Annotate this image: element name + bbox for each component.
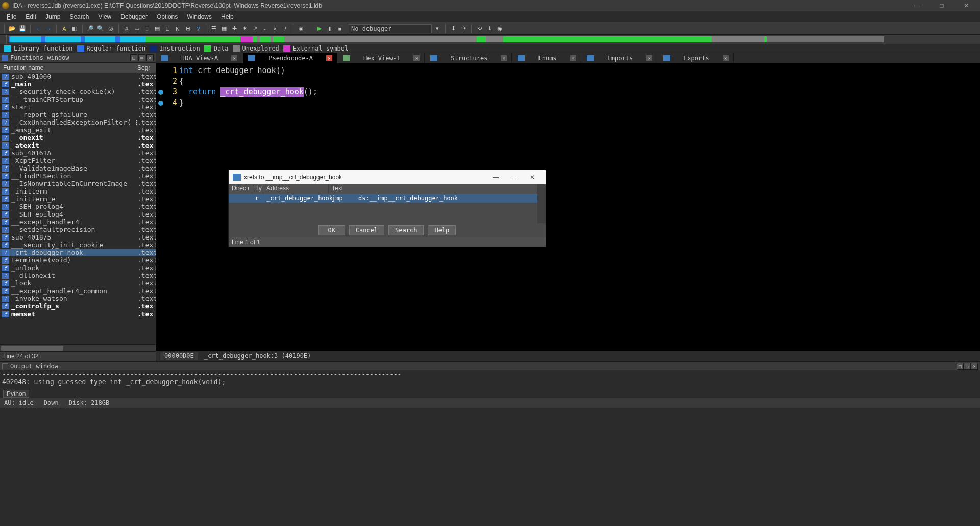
- python-tab[interactable]: Python: [3, 390, 29, 398]
- functions-scrollbar-horizontal[interactable]: [0, 344, 156, 351]
- tab-exports[interactable]: Exports✕: [658, 53, 734, 63]
- maximize-button[interactable]: □: [934, 2, 949, 9]
- target-icon[interactable]: ◎: [106, 24, 115, 33]
- help-icon[interactable]: ?: [193, 24, 203, 33]
- functions-list[interactable]: fsub_401000.textf_main.texf__security_ch…: [0, 73, 156, 344]
- debugger-select[interactable]: [349, 24, 432, 33]
- col-function-name[interactable]: Function name: [0, 64, 137, 71]
- dialog-search-button[interactable]: Search: [388, 225, 424, 235]
- calc-icon[interactable]: ⊞: [183, 24, 192, 33]
- binoculars-icon[interactable]: 🔍: [96, 24, 105, 33]
- cross-icon[interactable]: ✚: [230, 24, 239, 33]
- overview-bar[interactable]: [9, 36, 884, 42]
- dialog-row[interactable]: r _crt_debugger_hook jmp ds:__imp__crt_d…: [229, 194, 537, 203]
- menu-options[interactable]: Options: [152, 12, 182, 21]
- tool-icon[interactable]: ◧: [70, 24, 79, 33]
- function-row[interactable]: f__SEH_epilog4.text: [0, 210, 156, 218]
- stop-icon[interactable]: ■: [335, 24, 345, 33]
- function-row[interactable]: f__ValidateImageBase.text: [0, 164, 156, 172]
- function-row[interactable]: f___report_gsfailure.text: [0, 111, 156, 118]
- output-body[interactable]: ----------------------------------------…: [0, 370, 980, 389]
- breakpoint-dot-icon[interactable]: [158, 101, 163, 106]
- dialog-minimize-button[interactable]: —: [486, 170, 505, 184]
- function-row[interactable]: f_atexit.tex: [0, 141, 156, 149]
- output-close-icon[interactable]: ✕: [971, 363, 978, 370]
- breakpoint-icon[interactable]: ◉: [495, 24, 504, 33]
- function-row[interactable]: f__IsNonwritableInCurrentImage.text: [0, 180, 156, 187]
- menu-file[interactable]: File: [2, 12, 21, 21]
- bookmark-icon[interactable]: ☰: [209, 24, 218, 33]
- menu-debugger[interactable]: Debugger: [116, 12, 152, 21]
- tab-close-icon[interactable]: ✕: [570, 55, 576, 61]
- tab-ida-view-a[interactable]: IDA View-A✕: [156, 53, 242, 63]
- run-to-icon[interactable]: ⤓: [485, 24, 494, 33]
- open-icon[interactable]: 📂: [8, 24, 17, 33]
- tool-hex-icon[interactable]: #: [122, 24, 131, 33]
- tab-structures[interactable]: Structures✕: [426, 53, 512, 63]
- tool-n-icon[interactable]: N: [173, 24, 182, 33]
- menu-windows[interactable]: Windows: [182, 12, 216, 21]
- function-row[interactable]: f_amsg_exit.text: [0, 126, 156, 134]
- function-row[interactable]: f__except_handler4_common.text: [0, 287, 156, 295]
- close-button[interactable]: ✕: [959, 2, 974, 9]
- panel-close-icon[interactable]: ✕: [146, 54, 154, 61]
- forward-icon[interactable]: →: [44, 24, 53, 33]
- tab-close-icon[interactable]: ✕: [326, 55, 332, 61]
- panel-min-icon[interactable]: ▭: [138, 54, 145, 61]
- tab-close-icon[interactable]: ✕: [723, 55, 729, 61]
- tab-enums[interactable]: Enums✕: [513, 53, 581, 63]
- dialog-ok-button[interactable]: OK: [318, 225, 345, 235]
- function-row[interactable]: fstart.text: [0, 103, 156, 111]
- function-row[interactable]: fsub_401000.text: [0, 73, 156, 80]
- function-row[interactable]: f__CxxUnhandledExceptionFilter(_EXCE….te…: [0, 118, 156, 126]
- menu-search[interactable]: Search: [65, 12, 93, 21]
- tool-enum-icon[interactable]: E: [163, 24, 172, 33]
- dialog-scrollbar[interactable]: [537, 184, 546, 223]
- col-segment[interactable]: Segr: [137, 64, 156, 71]
- panel-popout-icon[interactable]: □: [130, 54, 137, 61]
- tag-a-icon[interactable]: A: [60, 24, 69, 33]
- breakpoint-dot-icon[interactable]: [158, 90, 163, 95]
- function-row[interactable]: f___security_init_cookie.text: [0, 241, 156, 249]
- eye-icon[interactable]: ◉: [297, 24, 306, 33]
- tab-pseudocode-a[interactable]: Pseudocode-A✕: [243, 53, 337, 63]
- dialog-titlebar[interactable]: xrefs to __imp__crt_debugger_hook — □ ✕: [229, 170, 546, 184]
- tool-data-icon[interactable]: ▯: [142, 24, 152, 33]
- div-icon[interactable]: /: [281, 24, 290, 33]
- menu-jump[interactable]: Jump: [41, 12, 65, 21]
- dialog-col-direction[interactable]: Directi: [229, 184, 252, 194]
- output-min-icon[interactable]: ▭: [964, 363, 971, 370]
- plus-icon[interactable]: ×: [271, 24, 280, 33]
- tool-struct-icon[interactable]: ▤: [153, 24, 162, 33]
- menu-view[interactable]: View: [93, 12, 116, 21]
- tab-hex-view-1[interactable]: Hex View-1✕: [338, 53, 425, 63]
- pause-icon[interactable]: ⏸: [325, 24, 334, 33]
- arrow-icon[interactable]: ↗: [250, 24, 259, 33]
- function-row[interactable]: f__SEH_prolog4.text: [0, 203, 156, 210]
- function-row[interactable]: fsub_40161A.text: [0, 149, 156, 157]
- function-row[interactable]: f_crt_debugger_hook.text: [0, 249, 156, 256]
- dialog-close-button[interactable]: ✕: [523, 170, 542, 184]
- function-row[interactable]: f__onexit.tex: [0, 134, 156, 141]
- tab-close-icon[interactable]: ✕: [231, 55, 237, 61]
- exec-icon[interactable]: ▦: [219, 24, 229, 33]
- tab-close-icon[interactable]: ✕: [501, 55, 507, 61]
- back-icon[interactable]: ←: [34, 24, 43, 33]
- tab-close-icon[interactable]: ✕: [646, 55, 652, 61]
- dialog-help-button[interactable]: Help: [428, 225, 456, 235]
- function-row[interactable]: f_main.tex: [0, 80, 156, 88]
- function-row[interactable]: f_controlfp_s.tex: [0, 302, 156, 310]
- run-icon[interactable]: ▶: [315, 24, 324, 33]
- search-icon[interactable]: 🔎: [86, 24, 95, 33]
- menu-edit[interactable]: Edit: [21, 12, 41, 21]
- function-row[interactable]: f__dllonexit.text: [0, 272, 156, 279]
- minus-icon[interactable]: -: [260, 24, 270, 33]
- dialog-cancel-button[interactable]: Cancel: [349, 225, 384, 235]
- menu-help[interactable]: Help: [216, 12, 238, 21]
- step-over-icon[interactable]: ↷: [459, 24, 468, 33]
- function-row[interactable]: f___tmainCRTStartup.text: [0, 95, 156, 103]
- minimize-button[interactable]: —: [910, 2, 925, 9]
- x-icon[interactable]: ✶: [240, 24, 249, 33]
- function-row[interactable]: fsub_401875.text: [0, 233, 156, 241]
- function-row[interactable]: f_initterm.text: [0, 187, 156, 195]
